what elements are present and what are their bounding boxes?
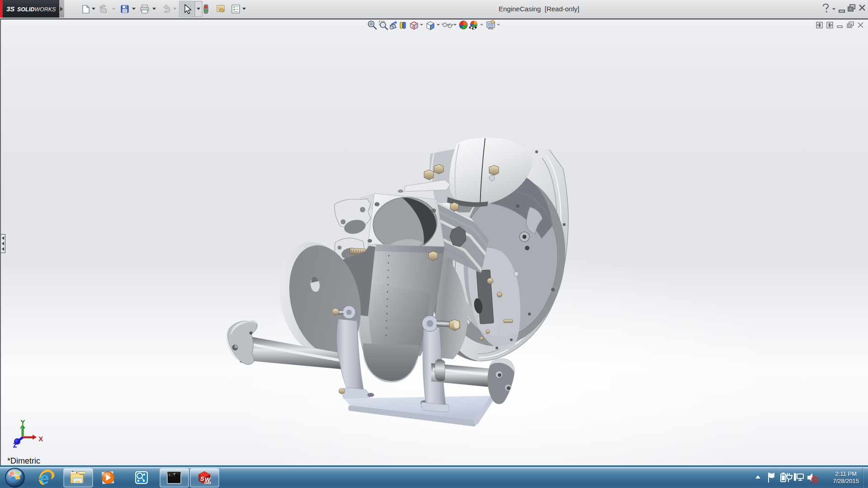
svg-text:2015: 2015 [204, 481, 211, 484]
svg-text:X: X [39, 436, 43, 442]
svg-text:Z: Z [13, 442, 17, 449]
svg-text:3S: 3S [6, 5, 14, 13]
svg-text:SOLIDWORKS: SOLIDWORKS [17, 6, 56, 13]
